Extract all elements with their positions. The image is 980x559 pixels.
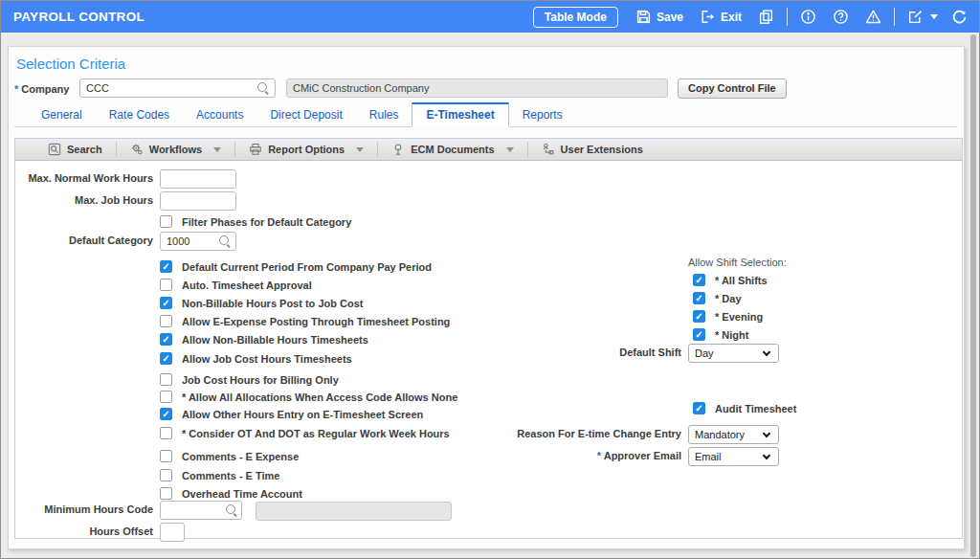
minimum-hours-code-label: Minimum Hours Code — [44, 503, 153, 515]
report-options-icon — [249, 143, 262, 156]
toolbar-user-extensions-button[interactable]: User Extensions — [528, 139, 657, 161]
checkbox-audit-timesheet[interactable] — [693, 402, 705, 414]
toolbar-report-options-button[interactable]: Report Options — [235, 139, 377, 161]
checkbox-label: * Evening — [715, 311, 763, 323]
company-input[interactable] — [79, 78, 276, 98]
warnings-button[interactable] — [865, 9, 881, 25]
checkbox-filter-phases[interactable] — [160, 215, 172, 228]
copy-record-button[interactable] — [758, 9, 774, 25]
header-divider — [787, 8, 788, 26]
allow-shift-selection-label: Allow Shift Selection: — [688, 257, 787, 268]
refresh-button[interactable] — [951, 9, 968, 25]
default-shift-select[interactable]: Day — [688, 344, 779, 363]
hours-offset-input[interactable] — [160, 523, 185, 542]
reason-change-select[interactable]: Mandatory — [688, 425, 779, 444]
checkbox-job-cost-hours-for-billing-only[interactable] — [160, 373, 172, 386]
checkbox-comments-e-time[interactable] — [160, 469, 172, 481]
checkbox-row: * Consider OT And DOT as Regular Work We… — [160, 427, 450, 439]
save-button[interactable]: Save — [635, 9, 683, 25]
checkbox-default-current-period-from-company-pay-period[interactable] — [160, 260, 172, 273]
checkbox-allow-other-hours-entry-on-e-timesheet-screen[interactable] — [160, 408, 172, 420]
checkbox-comments-e-expense[interactable] — [160, 450, 172, 462]
checkbox-row: Default Current Period From Company Pay … — [160, 260, 432, 273]
checkbox-row: Audit Timesheet — [693, 402, 796, 414]
header-actions: Table Mode Save Exit — [533, 7, 979, 28]
max-normal-work-hours-input[interactable] — [160, 169, 236, 189]
checkbox-row: * Day — [693, 292, 742, 304]
reason-change-value: Mandatory — [695, 429, 745, 440]
chevron-down-icon — [213, 147, 221, 152]
checkbox-label: Comments - E Time — [182, 470, 280, 481]
info-button[interactable] — [800, 9, 816, 25]
checkbox-row: Allow Non-Billable Hours Timesheets — [160, 333, 368, 346]
exit-button[interactable]: Exit — [700, 9, 742, 25]
checkbox-row: Overhead Time Account — [160, 487, 302, 500]
chevron-down-icon — [506, 147, 514, 152]
tab-direct-deposit[interactable]: Direct Deposit — [256, 104, 355, 126]
checkbox-overhead-time-account[interactable] — [160, 487, 172, 500]
chevron-down-icon — [356, 147, 364, 152]
checkbox-label: * Day — [715, 293, 742, 304]
search-icon — [48, 143, 61, 156]
tab-reports[interactable]: Reports — [509, 104, 576, 126]
max-job-hours-label: Max. Job Hours — [75, 194, 153, 206]
company-lookup-icon[interactable] — [256, 81, 270, 95]
minimum-hours-description-field — [256, 502, 452, 521]
workflows-icon — [130, 143, 144, 156]
checkbox-day[interactable] — [693, 292, 705, 304]
default-category-label: Default Category — [69, 235, 153, 246]
checkbox-label: Allow Non-Billable Hours Timesheets — [182, 334, 368, 346]
tab-rate-codes[interactable]: Rate Codes — [96, 104, 183, 126]
tab-e-timesheet[interactable]: E-Timesheet — [412, 102, 508, 127]
toolbar-ecm-documents-button[interactable]: ECM Documents — [378, 139, 526, 161]
main-panel: Selection Criteria * Company CMiC Constr… — [8, 46, 965, 549]
company-label: * Company — [14, 83, 69, 95]
checkbox-allow-all-allocations-when-access-code-allows-none[interactable] — [160, 391, 172, 403]
toolbar-label: Workflows — [149, 144, 202, 155]
header-divider — [894, 8, 895, 26]
checkbox-row: * Night — [693, 328, 748, 341]
exit-icon — [700, 9, 716, 25]
checkbox-row: Allow Other Hours Entry on E-Timesheet S… — [160, 408, 423, 420]
checkbox-auto-timesheet-approval[interactable] — [160, 279, 172, 291]
tab-general[interactable]: General — [28, 104, 96, 126]
checkbox-night[interactable] — [693, 328, 705, 341]
chevron-down-icon — [763, 452, 770, 459]
help-icon — [833, 9, 849, 25]
checkbox-all-shifts[interactable] — [693, 274, 705, 286]
help-button[interactable] — [833, 9, 849, 25]
toolbar-label: User Extensions — [561, 144, 643, 155]
edit-menu-button[interactable] — [907, 9, 938, 25]
checkbox-non-billable-hours-post-to-job-cost[interactable] — [160, 297, 172, 309]
toolbar-workflows-button[interactable]: Workflows — [117, 139, 234, 161]
checkbox-allow-non-billable-hours-timesheets[interactable] — [160, 333, 172, 346]
form-body: Max. Normal Work Hours Max. Job Hours Fi… — [15, 161, 962, 538]
checkbox-row: Non-Billable Hours Post to Job Cost — [160, 297, 363, 309]
tab-bar: GeneralRate CodesAccountsDirect DepositR… — [14, 104, 957, 127]
table-mode-button[interactable]: Table Mode — [533, 7, 618, 28]
max-job-hours-input[interactable] — [160, 191, 236, 211]
copy-control-file-button[interactable]: Copy Control File — [678, 78, 787, 99]
toolbar-label: Search — [67, 144, 102, 155]
tab-rules[interactable]: Rules — [356, 104, 412, 126]
checkbox-label: Allow Job Cost Hours Timesheets — [182, 353, 352, 365]
checkbox-consider-ot-and-dot-as-regular-work-week-hours[interactable] — [160, 427, 172, 439]
checkbox-allow-e-expense-posting-through-timesheet-posting[interactable] — [160, 315, 172, 327]
form-box: SearchWorkflowsReport OptionsECM Documen… — [14, 138, 963, 539]
default-category-lookup-icon[interactable] — [218, 235, 232, 248]
section-title: Selection Criteria — [16, 56, 125, 72]
checkbox-row: Allow Job Cost Hours Timesheets — [160, 352, 352, 365]
vertical-scrollbar[interactable] — [969, 34, 977, 557]
approver-email-select[interactable]: Email — [688, 447, 779, 466]
checkbox-allow-job-cost-hours-timesheets[interactable] — [160, 352, 172, 365]
minimum-hours-code-lookup-icon[interactable] — [225, 503, 238, 517]
company-name-field: CMiC Construction Company — [286, 78, 668, 98]
tab-accounts[interactable]: Accounts — [183, 104, 256, 126]
checkbox-evening[interactable] — [693, 310, 705, 323]
checkbox-label: * Allow All Allocations When Access Code… — [182, 391, 457, 403]
checkbox-row: Allow E-Expense Posting Through Timeshee… — [160, 315, 450, 327]
scrollbar-thumb[interactable] — [970, 34, 976, 557]
toolbar-search-button[interactable]: Search — [34, 139, 116, 161]
checkbox-label: Default Current Period From Company Pay … — [182, 261, 432, 273]
header-bar: PAYROLL CONTROL Table Mode Save Exit — [1, 1, 979, 33]
